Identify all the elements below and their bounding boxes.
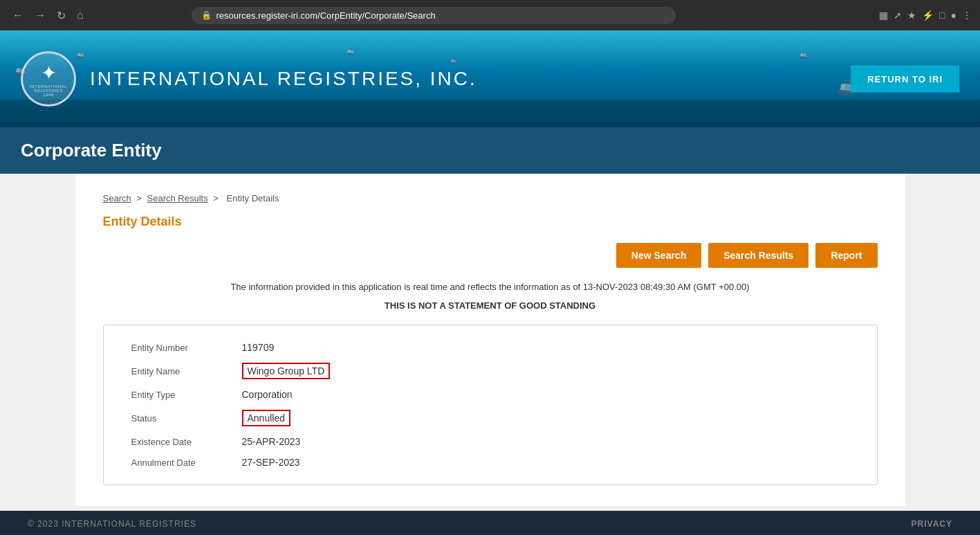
site-title: INTERNATIONAL REGISTRIES, INC. <box>90 68 477 90</box>
entity-type-row: Entity Type Corporation <box>131 389 849 400</box>
menu-icon[interactable]: ⋮ <box>962 10 972 21</box>
existence-date-value: 25-APR-2023 <box>242 436 301 447</box>
entity-card: Entity Number 119709 Entity Name Wingo G… <box>103 325 878 485</box>
screenshot-icon[interactable]: ▦ <box>879 10 888 21</box>
site-footer: © 2023 INTERNATIONAL REGISTRIES PRIVACY <box>0 511 980 535</box>
breadcrumb: Search > Search Results > Entity Details <box>103 188 878 203</box>
entity-type-label: Entity Type <box>131 390 242 400</box>
logo-circle: ✦ INTERNATIONALREGISTRIES1948 <box>21 51 76 107</box>
browser-actions: ▦ ➚ ★ ⚡ □ ● ⋮ <box>879 10 972 21</box>
ship-decoration: 🚢 <box>799 51 807 59</box>
browser-chrome: ← → ↻ ⌂ 🔒 resources.register-iri.com/Cor… <box>0 0 980 30</box>
back-button[interactable]: ← <box>8 6 28 24</box>
annulment-date-value: 27-SEP-2023 <box>242 457 300 468</box>
share-icon[interactable]: ➚ <box>894 10 902 21</box>
new-search-button[interactable]: New Search <box>616 243 701 268</box>
nav-buttons: ← → ↻ ⌂ <box>8 6 88 25</box>
status-highlight-box: Annulled <box>242 410 291 426</box>
status-label: Status <box>131 413 242 424</box>
existence-date-label: Existence Date <box>131 437 242 447</box>
url-text: resources.register-iri.com/CorpEntity/Co… <box>216 10 666 21</box>
extensions-icon[interactable]: ⚡ <box>922 10 934 21</box>
annulment-date-row: Annulment Date 27-SEP-2023 <box>131 457 849 468</box>
info-text: The information provided in this applica… <box>103 282 878 292</box>
address-bar[interactable]: 🔒 resources.register-iri.com/CorpEntity/… <box>192 7 676 24</box>
breadcrumb-search-results-link[interactable]: Search Results <box>147 193 208 203</box>
page-title-bar: Corporate Entity <box>0 127 980 174</box>
page-title: Corporate Entity <box>21 140 959 161</box>
window-icon[interactable]: □ <box>939 10 945 21</box>
existence-date-row: Existence Date 25-APR-2023 <box>131 436 849 447</box>
logo-container: ✦ INTERNATIONALREGISTRIES1948 INTERNATIO… <box>21 51 477 107</box>
entity-name-highlight-box: Wingo Group LTD <box>242 363 331 379</box>
bookmark-icon[interactable]: ★ <box>907 10 916 21</box>
refresh-button[interactable]: ↻ <box>53 6 70 25</box>
copyright-text: © 2023 INTERNATIONAL REGISTRIES <box>28 519 196 529</box>
lock-icon: 🔒 <box>201 10 212 20</box>
forward-button[interactable]: → <box>30 6 50 24</box>
annulment-date-label: Annulment Date <box>131 457 242 468</box>
logo-star-icon: ✦ <box>41 62 57 84</box>
main-content: Search > Search Results > Entity Details… <box>0 174 980 511</box>
breadcrumb-separator-1: > <box>136 193 142 203</box>
entity-number-label: Entity Number <box>131 343 242 353</box>
entity-number-row: Entity Number 119709 <box>131 342 849 353</box>
status-value: Annulled <box>248 412 286 424</box>
site-header: 🚢 🚢 🚢 🚢 🚢 🚢 ✦ INTERNATIONALREGISTRIES194… <box>0 30 980 127</box>
return-to-iri-button[interactable]: RETURN TO IRI <box>851 66 959 93</box>
entity-name-value: Wingo Group LTD <box>248 365 325 377</box>
breadcrumb-separator-2: > <box>213 193 219 203</box>
breadcrumb-search-link[interactable]: Search <box>103 193 131 203</box>
logo-registry-text: INTERNATIONALREGISTRIES1948 <box>30 84 67 97</box>
entity-type-value: Corporation <box>242 389 293 400</box>
entity-name-row: Entity Name Wingo Group LTD <box>131 363 849 379</box>
report-button[interactable]: Report <box>815 243 877 268</box>
search-results-button[interactable]: Search Results <box>708 243 808 268</box>
entity-number-value: 119709 <box>242 342 275 353</box>
status-row: Status Annulled <box>131 410 849 426</box>
section-title: Entity Details <box>103 215 878 229</box>
action-buttons: New Search Search Results Report <box>103 243 878 268</box>
entity-name-label: Entity Name <box>131 366 242 377</box>
statement-text: THIS IS NOT A STATEMENT OF GOOD STANDING <box>103 300 878 311</box>
content-wrapper: Search > Search Results > Entity Details… <box>75 174 905 506</box>
profile-icon[interactable]: ● <box>951 10 956 21</box>
breadcrumb-current: Entity Details <box>227 193 279 203</box>
privacy-link[interactable]: PRIVACY <box>912 519 952 529</box>
home-button[interactable]: ⌂ <box>73 6 88 24</box>
